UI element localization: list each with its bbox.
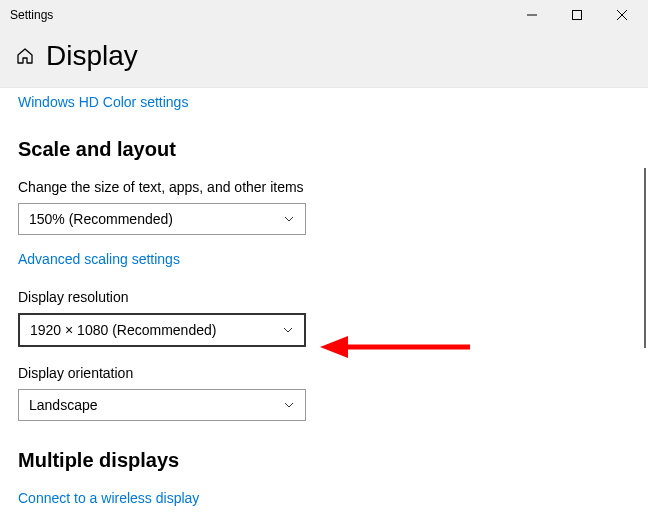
header-bar: Settings Display	[0, 0, 648, 88]
orientation-dropdown[interactable]: Landscape	[18, 389, 306, 421]
scale-dropdown[interactable]: 150% (Recommended)	[18, 203, 306, 235]
resolution-value: 1920 × 1080 (Recommended)	[30, 322, 216, 338]
scrollbar[interactable]	[644, 168, 646, 348]
minimize-icon	[527, 10, 537, 20]
home-icon[interactable]	[16, 47, 34, 65]
page-title: Display	[46, 40, 138, 72]
maximize-icon	[572, 10, 582, 20]
window-controls	[509, 0, 644, 30]
close-icon	[617, 10, 627, 20]
titlebar: Settings	[0, 0, 648, 30]
scale-value: 150% (Recommended)	[29, 211, 173, 227]
scale-label: Change the size of text, apps, and other…	[18, 179, 648, 195]
minimize-button[interactable]	[509, 0, 554, 30]
window-title: Settings	[10, 8, 53, 22]
chevron-down-icon	[283, 213, 295, 225]
content-area: Windows HD Color settings Scale and layo…	[0, 88, 648, 506]
wireless-display-link[interactable]: Connect to a wireless display	[18, 490, 199, 506]
resolution-dropdown[interactable]: 1920 × 1080 (Recommended)	[18, 313, 306, 347]
chevron-down-icon	[283, 399, 295, 411]
chevron-down-icon	[282, 324, 294, 336]
section-scale-layout: Scale and layout	[18, 138, 648, 161]
maximize-button[interactable]	[554, 0, 599, 30]
svg-rect-1	[572, 11, 581, 20]
resolution-label: Display resolution	[18, 289, 648, 305]
orientation-label: Display orientation	[18, 365, 648, 381]
advanced-scaling-link[interactable]: Advanced scaling settings	[18, 251, 180, 267]
hd-color-settings-link[interactable]: Windows HD Color settings	[18, 94, 188, 110]
orientation-value: Landscape	[29, 397, 98, 413]
close-button[interactable]	[599, 0, 644, 30]
page-heading: Display	[0, 30, 648, 72]
section-multiple-displays: Multiple displays	[18, 449, 648, 472]
